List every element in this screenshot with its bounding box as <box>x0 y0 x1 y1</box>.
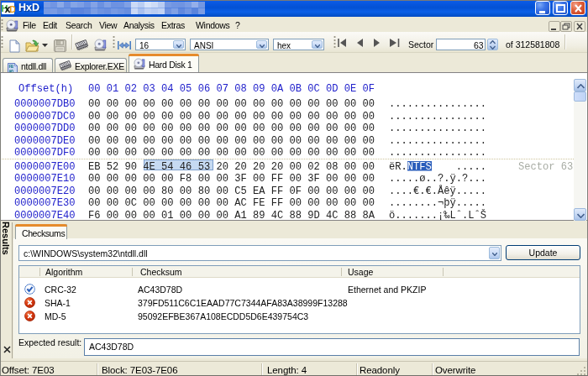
svg-text:x: x <box>5 3 11 15</box>
svg-text:FB: FB <box>9 65 13 69</box>
